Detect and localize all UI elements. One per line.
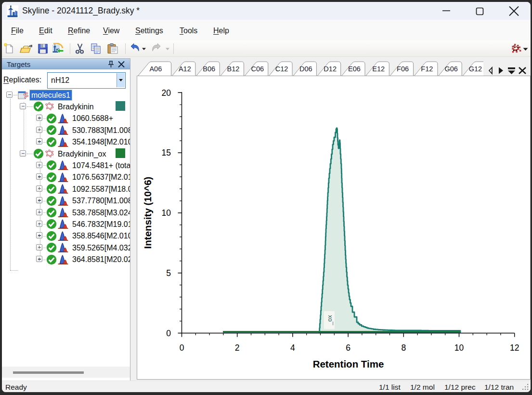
svg-text:10: 10 [162,208,171,218]
svg-text:12: 12 [510,343,519,353]
svg-text:5: 5 [166,268,171,278]
svg-text:6: 6 [346,343,350,353]
svg-text:15: 15 [162,148,171,158]
svg-text:A12: A12 [179,65,191,73]
svg-text:C06: C06 [251,65,264,73]
svg-text:A06: A06 [149,65,162,73]
svg-text:E12: E12 [372,65,385,73]
svg-text:F12: F12 [421,65,433,73]
svg-text:D06: D06 [299,65,312,73]
svg-text:B12: B12 [227,65,240,73]
svg-text:D12: D12 [324,65,337,73]
svg-text:4: 4 [290,343,295,353]
svg-text:Intensity (10^6): Intensity (10^6) [142,177,153,249]
svg-text:0: 0 [180,343,184,353]
svg-text:0: 0 [166,329,171,338]
svg-text:_ox: _ox [326,315,333,326]
svg-text:G12: G12 [469,65,482,73]
svg-text:G06: G06 [444,65,457,73]
svg-text:F06: F06 [397,65,409,73]
svg-text:8: 8 [401,343,406,353]
svg-text:2: 2 [235,343,240,353]
svg-text:20: 20 [162,88,171,98]
svg-text:C12: C12 [275,65,288,73]
svg-text:10: 10 [454,343,464,353]
svg-text:Retention Time: Retention Time [313,358,384,369]
svg-text:B06: B06 [203,65,215,73]
svg-text:E06: E06 [348,65,361,73]
